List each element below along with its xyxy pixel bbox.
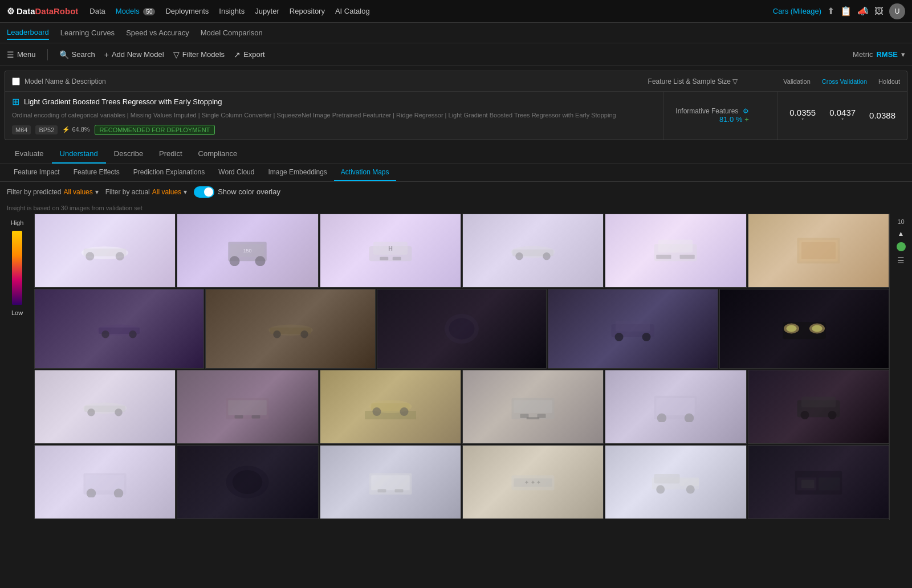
subnav-learning-curves[interactable]: Learning Curves [60,26,115,39]
image-cell-1-5[interactable] [605,214,746,288]
avatar[interactable]: U [889,3,905,19]
color-scale: High Low [0,214,34,520]
plus-icon: + [104,50,109,59]
image-cell-4-6[interactable] [748,445,889,519]
subtab-image-embeddings[interactable]: Image Embeddings [261,164,333,181]
model-select-checkbox[interactable] [12,77,20,85]
badge-speed: ⚡ 64.8% [62,126,89,133]
image-cell-4-1[interactable] [34,445,176,519]
image-row-4: ✦ ✦ ✦ [34,445,889,519]
tab-compliance[interactable]: Compliance [190,145,246,164]
svg-rect-50 [235,415,243,419]
svg-rect-71 [85,475,124,490]
informative-features: Informative Features ⚙ 81.0 % + [675,107,748,124]
bell-icon[interactable]: 📣 [857,6,869,17]
image-cell-3-3[interactable] [320,370,461,444]
nav-deployments[interactable]: Deployments [165,5,209,18]
svg-text:✦ ✦ ✦: ✦ ✦ ✦ [525,480,542,485]
image-cell-3-6[interactable] [748,370,889,444]
informative-pct: 81.0 % + [675,115,748,124]
share-icon[interactable]: ⬆ [827,6,834,17]
color-overlay-toggle[interactable] [194,186,214,198]
image-cell-2-2[interactable] [205,289,375,369]
tab-predict[interactable]: Predict [151,145,190,164]
image-icon[interactable]: 🖼 [874,6,883,17]
svg-rect-36 [616,321,650,332]
subnav-leaderboard[interactable]: Leaderboard [7,26,49,40]
nav-models[interactable]: Models 50 [116,5,156,18]
validation-star: * [789,117,816,124]
validation-header: Validation [783,78,811,85]
svg-rect-51 [252,415,260,419]
svg-point-86 [657,485,665,494]
subnav-speed-accuracy[interactable]: Speed vs Accuracy [126,26,189,39]
metric-dropdown-icon[interactable]: ▾ [901,50,905,59]
export-button[interactable]: ↗ Export [234,50,265,59]
image-cell-3-5[interactable] [605,370,746,444]
image-cell-1-6[interactable] [748,214,889,288]
svg-rect-20 [657,255,671,259]
image-cell-4-3[interactable] [320,445,461,519]
feature-filter-icon[interactable]: ▽ [732,77,738,85]
model-type-icon: ⊞ [12,96,19,107]
project-name[interactable]: Cars (Mileage) [773,7,821,15]
image-cell-1-2[interactable]: 150 [177,214,318,288]
subtab-activation-maps[interactable]: Activation Maps [334,164,396,181]
add-model-button[interactable]: + Add New Model [104,50,164,59]
image-cell-2-5[interactable] [719,289,889,369]
nav-jupyter[interactable]: Jupyter [255,5,279,18]
search-button[interactable]: 🔍 Search [59,50,95,59]
image-cell-4-5[interactable] [605,445,746,519]
nav-ai-catalog[interactable]: AI Catalog [335,5,370,18]
filter-actual-button[interactable]: Filter by actual All values ▾ [105,188,187,196]
svg-point-46 [87,409,95,416]
image-cell-1-4[interactable] [462,214,604,288]
image-cell-3-2[interactable] [177,370,318,444]
subnav-model-comparison[interactable]: Model Comparison [201,26,263,39]
right-sidebar: 10 ▲ ☰ [889,214,912,520]
sidebar-list-icon[interactable]: ☰ [897,256,905,265]
image-cell-2-1[interactable] [34,289,204,369]
sidebar-indicator [897,242,906,251]
image-cell-3-4[interactable] [462,370,604,444]
filter-predicted-chevron: ▾ [95,188,99,196]
informative-settings-icon[interactable]: ⚙ [743,107,749,115]
models-badge: 50 [143,8,155,15]
nav-insights[interactable]: Insights [219,5,245,18]
filter-predicted-button[interactable]: Filter by predicted All values ▾ [7,188,99,196]
image-cell-4-2[interactable] [177,445,318,519]
image-cell-4-4[interactable]: ✦ ✦ ✦ [462,445,604,519]
image-cell-2-4[interactable] [548,289,718,369]
svg-point-47 [115,409,123,416]
tab-evaluate[interactable]: Evaluate [7,145,52,164]
toolbar-separator-1 [47,49,48,60]
sub-nav: Leaderboard Learning Curves Speed vs Acc… [0,23,912,43]
subtab-feature-impact[interactable]: Feature Impact [7,164,67,181]
image-cell-2-3[interactable] [377,289,547,369]
svg-rect-85 [680,479,699,487]
svg-rect-67 [801,397,836,407]
subtab-feature-effects[interactable]: Feature Effects [67,164,127,181]
feature-list-label: Feature List & Sample Size ▽ [648,77,738,85]
svg-point-8 [255,256,266,266]
image-cell-3-1[interactable] [34,370,176,444]
nav-data[interactable]: Data [89,5,105,18]
sidebar-up-arrow[interactable]: ▲ [898,230,905,238]
score-values: 0.0355 * 0.0437 * 0.0388 [778,92,907,140]
image-cell-1-1[interactable] [34,214,176,288]
notification-icon[interactable]: 📋 [840,6,852,17]
filter-icon: ▽ [173,50,180,59]
image-cell-1-3[interactable]: H [320,214,461,288]
informative-add-icon[interactable]: + [744,115,749,124]
filter-predicted-label: Filter by predicted [7,188,61,196]
nav-repository[interactable]: Repository [290,5,325,18]
model-title: Light Gradient Boosted Trees Regressor w… [24,97,222,106]
tab-describe[interactable]: Describe [106,145,151,164]
subtab-prediction-explanations[interactable]: Prediction Explanations [127,164,211,181]
subtab-word-cloud[interactable]: Word Cloud [211,164,261,181]
logo[interactable]: ⚙ DataDataRobot [7,6,78,17]
menu-button[interactable]: ☰ Menu [7,50,36,59]
filter-button[interactable]: ▽ Filter Models [173,50,225,59]
tab-understand[interactable]: Understand [52,145,106,164]
svg-point-27 [101,330,109,338]
